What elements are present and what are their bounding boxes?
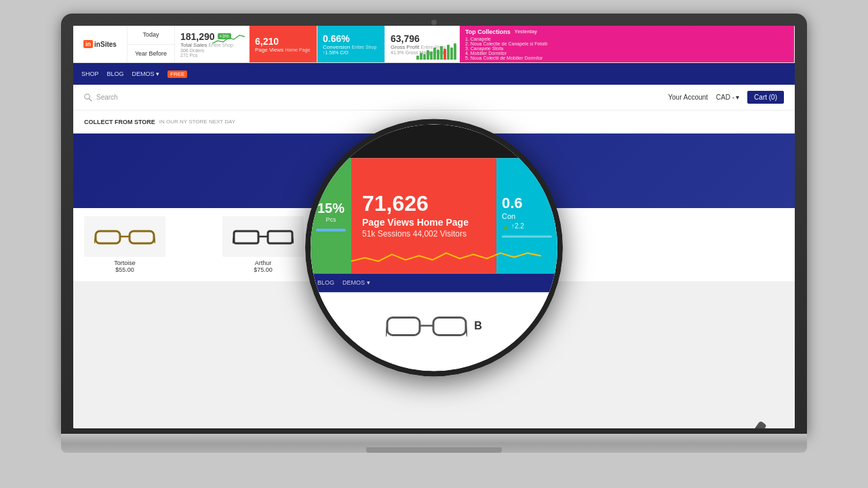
header-right: Your Account CAD - ▾ Cart (0) [668, 91, 784, 104]
mag-nav: BLOG DEMOS ▾ [311, 273, 557, 292]
svg-line-5 [94, 237, 96, 243]
laptop-base [61, 434, 807, 453]
collection-item-4: 4. Mobilier Dormitor [465, 51, 789, 56]
bar-10 [447, 45, 450, 60]
page-views-label: Page Views Home Page [255, 47, 311, 53]
svg-rect-18 [433, 317, 466, 335]
conversion-stat: 0.66% Conversion Entire Shop ↑1.58% C/O [317, 26, 385, 62]
mag-nav-blog: BLOG [317, 279, 334, 286]
product-item-tortoise: Tortoise $55.00 [84, 216, 165, 273]
magnifier-handle [729, 421, 767, 428]
product-price-arthur: $75.00 [254, 266, 273, 273]
cad-dropdown[interactable]: CAD - ▾ [716, 94, 739, 101]
product-image-tortoise [84, 216, 165, 257]
bar-4 [427, 50, 429, 60]
mag-nav-demos: DEMOS ▾ [342, 279, 370, 286]
logo-text: inSites [94, 41, 117, 48]
gross-profit-stat: 63,796 Gross Profit Entire Shop 41.9% Gr… [385, 26, 460, 62]
bar-12 [454, 43, 456, 60]
mag-bottom-letter: B [474, 320, 482, 332]
collection-item-5: 5. Noua Colectii de Mobilier Dormitor [465, 56, 789, 60]
mag-conversion-up: ▲ ↑2.2 [502, 222, 552, 231]
sales-orders: 306 Orders [180, 48, 243, 53]
mag-cyan-number: 0.6 [502, 195, 552, 212]
mag-wave-svg [351, 247, 541, 268]
nav-shop[interactable]: SHOP [81, 70, 99, 77]
product-image-arthur [222, 216, 304, 257]
mag-page-views-label: Page Views Home Page [362, 217, 486, 228]
collection-item-1: 1. Canapele [465, 37, 789, 41]
nav-blog[interactable]: BLOG [107, 70, 124, 77]
sales-items: 271 Pcs [180, 53, 243, 58]
today-button[interactable]: Today [127, 26, 174, 45]
mag-cyan-bar [502, 235, 552, 237]
mag-bottom-area: B [311, 292, 557, 360]
cart-button[interactable]: Cart (0) [747, 91, 784, 104]
bar-3 [423, 54, 426, 60]
svg-line-1 [90, 98, 92, 101]
bar-11 [450, 47, 453, 60]
collections-list: 1. Canapele 2. Noua Colectie de Canapele… [465, 37, 789, 60]
bar-5 [430, 52, 433, 60]
chevron-down-icon: ▾ [736, 94, 739, 101]
analytics-logo: in inSites [73, 26, 127, 62]
product-price-tortoise: $55.00 [115, 266, 134, 273]
free-badge: FREE [167, 70, 187, 78]
svg-rect-8 [268, 231, 292, 243]
mag-percent: 15% [317, 201, 344, 216]
svg-line-21 [466, 325, 467, 336]
bar-2 [420, 53, 422, 60]
conversion-sub: ↑1.58% C/O [323, 50, 379, 55]
search-label: Search [96, 94, 118, 101]
magnifier-content: 15% Pcs 71,626 Page Views Home P [311, 124, 557, 371]
mag-big-number: 71,626 [362, 192, 486, 214]
bar-1 [416, 56, 419, 60]
svg-rect-2 [96, 231, 120, 243]
bar-8 [440, 46, 443, 60]
glasses-svg-tortoise [94, 223, 155, 250]
mag-green-stat: 15% Pcs [311, 158, 351, 273]
logo-sub: in inSites [83, 40, 117, 48]
conversion-label: Conversion Entire Shop [323, 44, 379, 50]
collect-from-store-label: COLLECT FROM STORE [84, 119, 155, 125]
logo-badge: in [83, 40, 93, 48]
mag-pcs: Pcs [326, 216, 336, 223]
screen-content: in inSites Today Year Before 181,290 +3% [73, 26, 795, 428]
bar-chart [416, 46, 456, 60]
collections-header: Top Collections Yesterday [465, 28, 789, 35]
product-name-tortoise: Tortoise [114, 260, 136, 266]
magnifier-overlay: 15% Pcs 71,626 Page Views Home P [305, 119, 563, 376]
mag-analytics-row: 15% Pcs 71,626 Page Views Home P [311, 158, 557, 273]
gross-profit-value: 63,796 [391, 33, 454, 44]
total-sales-stat: 181,290 +3% Total Sales Entire Shop 306 … [175, 26, 250, 62]
nav-bar: SHOP BLOG DEMOS ▾ FREE [73, 63, 795, 85]
svg-point-0 [85, 94, 90, 99]
collection-item-3: 3. Canapele Stofa [465, 46, 789, 51]
mag-red-stat: 71,626 Page Views Home Page 51k Sessions [351, 158, 496, 273]
mag-dark-top [311, 124, 557, 158]
bar-9 [443, 49, 446, 60]
svg-line-20 [386, 325, 387, 336]
glasses-svg-arthur [233, 223, 294, 250]
product-name-arthur: Arthur [255, 260, 272, 266]
your-account-link[interactable]: Your Account [668, 94, 708, 101]
bar-6 [433, 47, 436, 60]
total-sales-value: 181,290 [180, 31, 215, 42]
collection-item-2: 2. Noua Colectie de Canapele si Fotolii [465, 41, 789, 46]
mag-glasses-svg [386, 309, 467, 343]
mag-blue-bar [316, 228, 346, 231]
page-views-stat: 6,210 Page Views Home Page [250, 26, 317, 62]
svg-rect-7 [234, 231, 258, 243]
mag-sessions: 51k Sessions 44,002 Visitors [362, 229, 486, 239]
analytics-bar: in inSites Today Year Before 181,290 +3% [73, 26, 795, 63]
search-area[interactable]: Search [84, 94, 118, 102]
nav-demos[interactable]: DEMOS ▾ [132, 70, 160, 77]
analytics-nav-buttons: Today Year Before [127, 26, 175, 62]
year-before-button[interactable]: Year Before [127, 45, 174, 63]
svg-rect-17 [387, 317, 420, 335]
product-item-arthur: Arthur $75.00 [222, 216, 304, 273]
laptop-container: in inSites Today Year Before 181,290 +3% [61, 14, 807, 474]
page-views-value: 6,210 [255, 36, 311, 47]
svg-line-6 [154, 237, 155, 243]
collect-sub-label: IN OUR NY STORE NEXT DAY [159, 119, 235, 125]
